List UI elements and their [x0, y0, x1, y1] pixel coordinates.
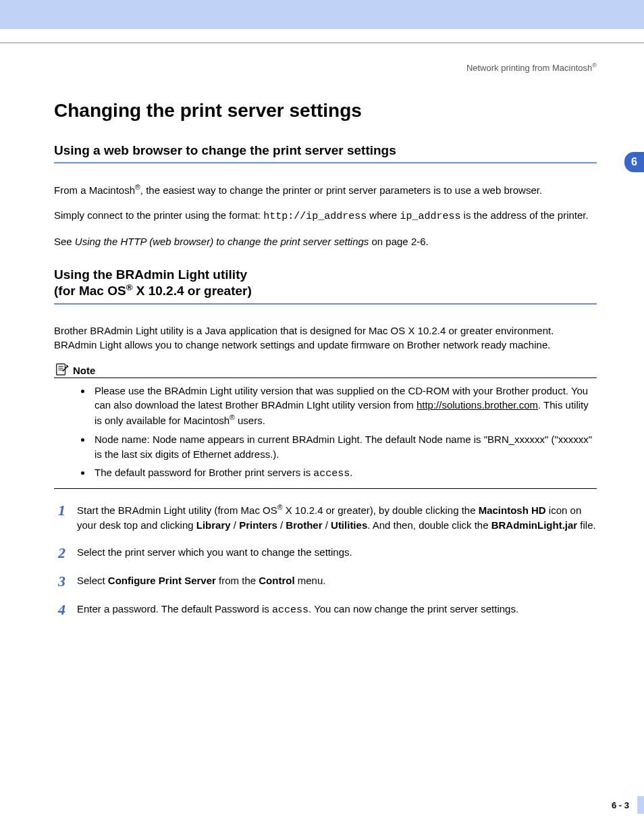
- footer-accent: [637, 796, 644, 814]
- text: X 10.2.4 or greater), by double clicking…: [283, 504, 479, 516]
- chapter-tab: 6: [624, 152, 644, 172]
- step-4: 4 Enter a password. The default Password…: [58, 602, 597, 618]
- paragraph: From a Macintosh®, the easiest way to ch…: [54, 182, 597, 197]
- step-text: Select the print server which you want t…: [77, 545, 597, 561]
- code-text: ip_address: [400, 211, 460, 222]
- text: /: [277, 519, 286, 531]
- bold-text: Configure Print Server: [108, 575, 216, 586]
- registered-mark: ®: [277, 503, 283, 511]
- note-bullet: Node name: Node name appears in current …: [92, 432, 597, 462]
- text: Using the BRAdmin Light utility: [54, 267, 247, 282]
- text: . And then, double click the: [367, 519, 491, 531]
- text: (for Mac OS: [54, 284, 126, 298]
- bold-text: Utilities: [331, 519, 367, 531]
- text: From a Macintosh: [54, 184, 135, 196]
- paragraph: Brother BRAdmin Light utility is a Java …: [54, 323, 597, 352]
- text: /: [323, 519, 331, 531]
- page-footer: 6 - 3: [612, 796, 644, 814]
- code-text: access: [313, 468, 350, 479]
- bold-text: Library: [196, 519, 231, 531]
- registered-mark: ®: [126, 282, 133, 292]
- text: /: [231, 519, 240, 531]
- paragraph: See Using the HTTP (web browser) to chan…: [54, 234, 597, 249]
- running-head-text: Network printing from Macintosh: [466, 63, 592, 73]
- bold-text: BRAdminLight.jar: [491, 519, 578, 531]
- step-3: 3 Select Configure Print Server from the…: [58, 573, 597, 590]
- bold-text: Printers: [239, 519, 277, 531]
- step-number: 2: [58, 545, 77, 561]
- note-bullet: Please use the BRAdmin Light utility ver…: [92, 384, 597, 428]
- text: X 10.2.4 or greater): [132, 284, 251, 298]
- text: Select: [77, 575, 108, 586]
- section-heading-bradmin: Using the BRAdmin Light utility (for Mac…: [54, 267, 597, 304]
- text: Simply connect to the printer using the …: [54, 209, 263, 221]
- section-heading-web-browser: Using a web browser to change the print …: [54, 143, 597, 163]
- paragraph: Simply connect to the printer using the …: [54, 208, 597, 224]
- text: file.: [577, 519, 596, 531]
- page-title: Changing the print server settings: [54, 100, 597, 122]
- step-1: 1 Start the BRAdmin Light utility (from …: [58, 502, 597, 533]
- text: , the easiest way to change the printer …: [140, 184, 542, 196]
- bold-text: Control: [259, 575, 294, 586]
- text: . You can now change the print server se…: [308, 603, 518, 615]
- note-end-rule: [54, 488, 597, 489]
- step-number: 1: [58, 502, 77, 533]
- bold-text: Macintosh HD: [479, 504, 546, 516]
- step-2: 2 Select the print server which you want…: [58, 545, 597, 561]
- running-head: Network printing from Macintosh®: [54, 62, 597, 73]
- text: where: [367, 209, 400, 221]
- note-icon: [54, 363, 69, 376]
- step-text: Start the BRAdmin Light utility (from Ma…: [77, 502, 597, 533]
- text: menu.: [295, 575, 326, 586]
- step-text: Enter a password. The default Password i…: [77, 602, 597, 618]
- text: Enter a password. The default Password i…: [77, 603, 272, 615]
- note-block: Note Please use the BRAdmin Light utilit…: [54, 363, 597, 490]
- note-bullet: The default password for Brother print s…: [92, 465, 597, 481]
- cross-reference: Using the HTTP (web browser) to change t…: [75, 236, 369, 247]
- text: users.: [235, 415, 265, 426]
- code-text: access: [272, 604, 308, 616]
- text: on page 2-6.: [369, 236, 428, 247]
- page-number: 6 - 3: [612, 800, 637, 810]
- text: Start the BRAdmin Light utility (from Ma…: [77, 504, 277, 516]
- text: .: [350, 467, 352, 478]
- registered-mark: ®: [592, 62, 597, 69]
- header-bar: [0, 0, 644, 29]
- registered-mark: ®: [135, 183, 140, 191]
- code-text: http://ip_address: [263, 211, 367, 222]
- text: See: [54, 236, 75, 247]
- text: The default password for Brother print s…: [95, 467, 313, 478]
- bold-text: Brother: [286, 519, 322, 531]
- registered-mark: ®: [230, 413, 235, 421]
- step-number: 3: [58, 573, 77, 590]
- step-text: Select Configure Print Server from the C…: [77, 573, 597, 590]
- text: from the: [216, 575, 259, 586]
- note-label: Note: [73, 365, 95, 376]
- step-number: 4: [58, 602, 77, 618]
- text: is the address of the printer.: [460, 209, 588, 221]
- link[interactable]: http://solutions.brother.com: [417, 399, 538, 411]
